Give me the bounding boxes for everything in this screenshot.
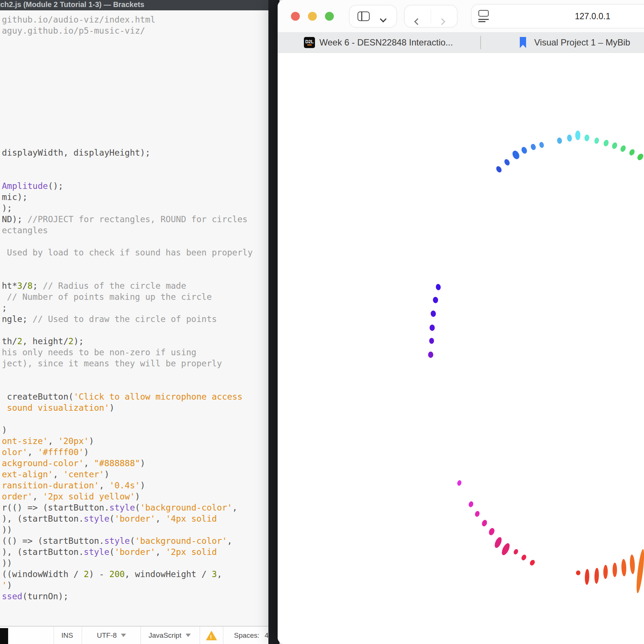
code-line: github.io/audio-viz/index.html	[2, 14, 271, 25]
code-line	[2, 236, 271, 247]
language-label: JavaScript	[149, 631, 182, 640]
close-button[interactable]	[291, 12, 300, 21]
minimize-button[interactable]	[308, 12, 317, 21]
sidebar-icon[interactable]	[357, 11, 370, 21]
code-line	[2, 380, 271, 391]
code-line	[2, 269, 271, 280]
back-icon[interactable]	[414, 18, 421, 25]
code-line: Used by load to check if sound has been …	[2, 247, 271, 258]
code-line: ectangles	[2, 225, 271, 236]
url-text: 127.0.0.1	[572, 5, 613, 28]
spaces-label: Spaces:	[234, 631, 260, 640]
browser-toolbar: 127.0.0.1	[278, 0, 644, 32]
safari-window: 127.0.0.1 D2L Week 6 - DESN22848 Interac…	[278, 0, 644, 644]
nav-divider	[431, 9, 431, 23]
navigation-button-group	[405, 6, 457, 27]
status-separator	[54, 627, 54, 644]
d2l-favicon: D2L	[304, 37, 315, 48]
code-line: ont-size', '20px')	[2, 435, 271, 447]
code-line: sound visualization')	[2, 402, 271, 413]
code-line: ssed(turnOn);	[2, 591, 271, 602]
warning-glyph: !	[210, 634, 212, 640]
code-line: ((windowWidth / 2) - 200, windowHeight /…	[2, 569, 271, 580]
code-line	[2, 136, 271, 147]
spaces-value: 4	[265, 631, 269, 640]
code-line: ), (startButton.style('border', '2px sol…	[2, 546, 271, 557]
code-line: olor', '#ffff00')	[2, 447, 271, 458]
code-line	[2, 169, 271, 180]
code-line: createButton('Click to allow microphone …	[2, 391, 271, 402]
code-line	[2, 36, 271, 47]
code-line: ext-align', 'center')	[2, 469, 271, 480]
code-line	[2, 258, 271, 269]
code-line	[2, 58, 271, 70]
code-line: ransition-duration', '0.4s')	[2, 480, 271, 491]
code-line	[2, 158, 271, 169]
code-line	[2, 92, 271, 103]
sidebar-button-group	[350, 6, 396, 27]
code-line	[2, 81, 271, 92]
address-bar[interactable]: 127.0.0.1	[472, 5, 644, 28]
code-editor[interactable]: github.io/audio-viz/index.htmlaguy.githu…	[2, 14, 271, 602]
code-line: mic);	[2, 191, 271, 203]
bookmark-icon	[520, 37, 526, 48]
code-line	[2, 125, 271, 136]
code-line: ackground-color', "#888888")	[2, 458, 271, 469]
status-separator	[200, 627, 200, 644]
encoding-label: UTF-8	[97, 631, 117, 640]
code-line: (() => (startButton.style('background-co…	[2, 535, 271, 546]
browser-tab-bar: D2L Week 6 - DESN22848 Interactio... Vis…	[278, 32, 644, 53]
code-line	[2, 325, 271, 336]
editor-title-bar[interactable]: tch2.js (Module 2 Tutorial 1-3) — Bracke…	[0, 0, 271, 10]
zoom-button[interactable]	[325, 12, 334, 21]
code-line	[2, 369, 271, 380]
code-line: ject), since it means they will be prope…	[2, 358, 271, 369]
status-separator	[82, 627, 82, 644]
status-separator	[140, 627, 141, 644]
spaces-setting[interactable]: Spaces: 4	[234, 627, 268, 644]
page-content	[278, 53, 644, 644]
code-line	[2, 413, 271, 424]
code-line: ))	[2, 557, 271, 569]
code-line: ), (startButton.style('border', '4px sol…	[2, 513, 271, 524]
warning-icon: !	[206, 631, 217, 640]
code-line	[2, 70, 271, 81]
code-line: Amplitude();	[2, 180, 271, 191]
brackets-editor-window: github.io/audio-viz/index.htmlaguy.githu…	[0, 0, 271, 644]
code-line: order', '2px solid yellow')	[2, 491, 271, 502]
code-line: ht*3/8; // Radius of the circle made	[2, 280, 271, 291]
code-line: th/2, height/2);	[2, 336, 271, 347]
code-line: // Number of points making up the circle	[2, 291, 271, 302]
insert-mode-label: INS	[61, 631, 73, 640]
lint-warning-button[interactable]: !	[206, 627, 217, 644]
code-line: ngle; // Used to draw the circle of poin…	[2, 313, 271, 325]
code-line: ))	[2, 524, 271, 535]
encoding-dropdown[interactable]: UTF-8	[97, 627, 126, 644]
tab-week6-desn22848[interactable]: Week 6 - DESN22848 Interactio...	[319, 32, 453, 53]
code-line: );	[2, 203, 271, 214]
code-line: displayWidth, displayHeight);	[2, 147, 271, 158]
language-dropdown[interactable]: JavaScript	[149, 627, 191, 644]
code-line: aguy.github.io/p5-music-viz/	[2, 25, 271, 36]
code-line	[2, 114, 271, 125]
page-layout-icon[interactable]	[478, 10, 489, 23]
code-line: )	[2, 424, 271, 435]
code-line: r(() => (startButton.style('background-c…	[2, 502, 271, 513]
tab-visual-project-mybib[interactable]: Visual Project 1 – MyBib	[534, 32, 630, 53]
code-line	[2, 47, 271, 58]
status-separator	[223, 627, 223, 644]
forward-icon[interactable]	[438, 18, 445, 25]
chevron-down-icon	[121, 634, 126, 637]
d2l-favicon-text: D2L	[305, 40, 314, 44]
insert-mode-toggle[interactable]: INS	[61, 627, 73, 644]
d2l-favicon-accent	[307, 44, 312, 45]
code-line: ND); //PROJECT for rectangles, ROUND for…	[2, 214, 271, 225]
editor-status-bar: INS UTF-8 JavaScript ! Spaces: 4	[0, 626, 271, 644]
desktop-corner-fragment	[0, 628, 8, 644]
chevron-down-icon[interactable]	[380, 16, 386, 22]
editor-window-title: tch2.js (Module 2 Tutorial 1-3) — Bracke…	[0, 0, 144, 9]
code-line: ;	[2, 302, 271, 313]
tab-divider	[480, 36, 481, 49]
chevron-down-icon	[186, 634, 191, 637]
code-line	[2, 103, 271, 114]
